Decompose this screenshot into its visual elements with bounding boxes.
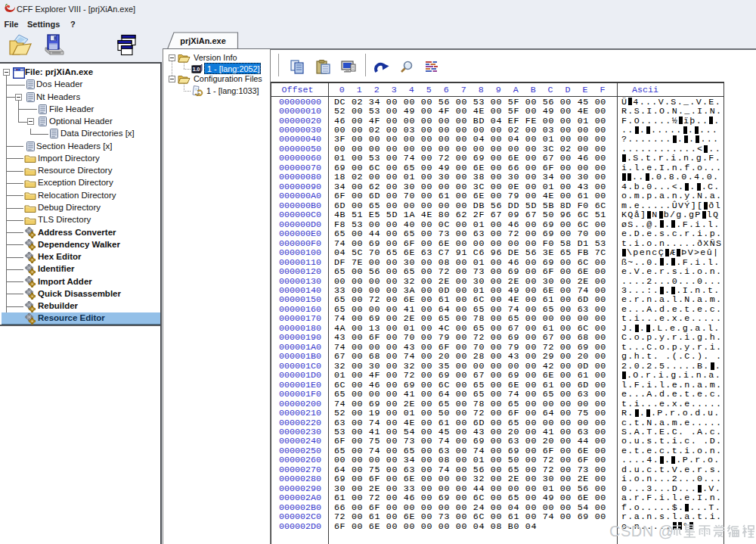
svg-text:1.0: 1.0 bbox=[193, 67, 200, 72]
